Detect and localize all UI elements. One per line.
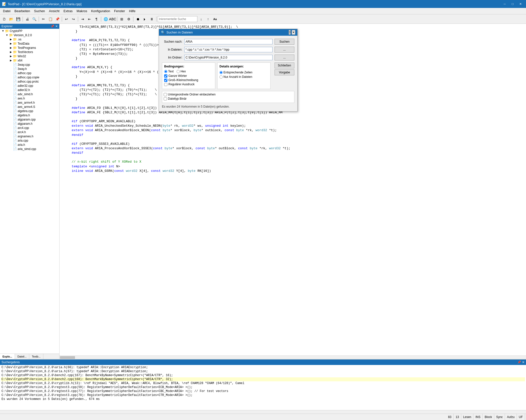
minimize-button[interactable]: ─ <box>501 1 508 7</box>
radio-text[interactable] <box>164 70 167 73</box>
tree-item[interactable]: 📄adler32.h <box>0 88 59 92</box>
menu-makros[interactable]: Makros <box>75 9 89 13</box>
search-input[interactable] <box>184 39 273 44</box>
menu-konfiguration[interactable]: Konfiguration <box>89 9 112 13</box>
radio-entsprechend[interactable] <box>219 71 223 74</box>
maximize-button[interactable]: □ <box>509 1 516 7</box>
dialog-close-btn[interactable]: ✕ <box>292 30 295 35</box>
tree-item[interactable]: 📄aria.h <box>0 143 59 147</box>
macro-button[interactable]: ⚙ <box>125 16 132 22</box>
pin-icon[interactable]: 📌 <box>51 25 54 28</box>
tree-item[interactable]: 📄arc4.h <box>0 130 59 134</box>
cb-ganze-worter[interactable] <box>164 74 167 78</box>
tree-item[interactable]: 📄adhoc.cpp.protc <box>0 79 59 84</box>
close-explorer-icon[interactable]: ✕ <box>55 25 58 28</box>
menu-datei[interactable]: Datei <box>1 9 12 13</box>
cb-gross-klein[interactable] <box>164 79 167 82</box>
spell-button[interactable]: 🌐 <box>102 16 109 22</box>
menu-fenster[interactable]: Fenster <box>112 9 127 13</box>
indent-button[interactable]: ⇥ <box>79 16 86 22</box>
result-line[interactable]: C:\Dev\CryptoPP\Version_8.2.0\cryptlib.h… <box>1 381 525 385</box>
close-dialog-button[interactable]: Schließen <box>275 62 294 68</box>
cb-untergeordnet[interactable] <box>164 93 167 96</box>
search-down-button[interactable]: ↓ <box>198 16 204 22</box>
tree-item[interactable]: 📄adler32.cpp <box>0 84 59 88</box>
paste-button[interactable]: 📌 <box>54 16 61 22</box>
open-button[interactable]: 📂 <box>8 16 14 22</box>
copy-button[interactable]: 📋 <box>47 16 54 22</box>
result-line[interactable]: C:\Dev\CryptoPP\Version_8.2.0\bench2.cpp… <box>1 373 525 377</box>
tree-item[interactable]: 📄algebra.h <box>0 113 59 117</box>
tree-item[interactable]: ▶📁.vs <box>0 37 59 41</box>
tree-item[interactable]: 📄aes_armv4.S <box>0 105 59 109</box>
redo-button[interactable]: ↪ <box>70 16 77 22</box>
menu-hilfe[interactable]: Hilfe <box>127 9 137 13</box>
tab-textb[interactable]: Textb... <box>29 354 43 359</box>
tab-dateil[interactable]: Dateil... <box>15 354 29 359</box>
match-case-button[interactable]: Aa <box>212 16 218 22</box>
tree-item[interactable]: ▶📁x64 <box>0 58 59 62</box>
incremental-search-input[interactable] <box>158 16 197 22</box>
infolder-browse-btn[interactable]: ... <box>275 55 294 60</box>
tree-item[interactable]: 📄arc4.cpp <box>0 126 59 130</box>
tree-item[interactable]: ▶📁TestVectors <box>0 50 59 54</box>
result-line[interactable]: C:\Dev\CryptoPP\Version_8.2.0\aria.h(66)… <box>1 365 525 369</box>
result-line[interactable]: C:\Dev\CryptoPP\Version_8.2.0\bench2.cpp… <box>1 377 525 381</box>
play-button[interactable]: ⏵ <box>142 16 148 22</box>
tree-item[interactable]: 📄aes_armv4.h <box>0 100 59 105</box>
tree-item[interactable]: ▼📁Version_8.2.0 <box>0 33 59 37</box>
result-line[interactable]: C:\Dev\CryptoPP\Version_8.2.0\regtest3.c… <box>1 393 525 397</box>
stop-button[interactable]: ⏸ <box>149 16 155 22</box>
tree-item[interactable]: 📄adv_simd.h <box>0 92 59 96</box>
tree-item[interactable]: ▶📁TestPrograms <box>0 46 59 50</box>
close-bottom-icon[interactable]: ✕ <box>522 360 525 364</box>
dialog-help-btn[interactable]: ? <box>289 30 291 35</box>
result-line[interactable]: C:\Dev\CryptoPP\Version_8.2.0\aria.h(67)… <box>1 369 525 373</box>
compare-button[interactable]: ⊞ <box>119 16 125 22</box>
tree-item[interactable]: 📄algebra.cpp <box>0 109 59 113</box>
tree-item[interactable]: 📄aria_simd.cpp <box>0 147 59 151</box>
tree-item[interactable]: 📄aria.cpp <box>0 138 59 143</box>
result-line[interactable]: C:\Dev\CryptoPP\Version_8.2.0\regtest3.c… <box>1 389 525 393</box>
tab-explorer[interactable]: Explo... <box>0 354 15 359</box>
record-button[interactable]: ⏺ <box>135 16 141 22</box>
cb-regular[interactable] <box>164 83 167 86</box>
menu-suchen[interactable]: Suchen <box>32 9 47 13</box>
spell2-button[interactable]: ABC <box>109 16 116 22</box>
save-button[interactable]: 💾 <box>15 16 21 22</box>
tree-item[interactable]: ▶📁TestData <box>0 41 59 46</box>
tree-item[interactable]: 📄adhoc.cpp.copie <box>0 75 59 79</box>
infolder-input[interactable] <box>184 55 273 60</box>
infiles-input[interactable] <box>184 47 273 52</box>
radio-hex[interactable] <box>177 70 180 73</box>
result-line[interactable]: C:\Dev\CryptoPP\Version_8.2.0\regtest3.c… <box>1 385 525 389</box>
undo-button[interactable]: ↩ <box>63 16 70 22</box>
format-button[interactable]: ¶ <box>93 16 100 22</box>
search-up-button[interactable]: ↑ <box>205 16 211 22</box>
print-button[interactable]: 🖨 <box>24 16 31 22</box>
tree-item[interactable]: ▶📁Win32 <box>0 54 59 58</box>
search-button[interactable]: Suchen <box>275 39 294 45</box>
pin-bottom-icon[interactable]: 📌 <box>517 360 521 364</box>
tree-item[interactable]: ▼📁CryptoPP <box>0 29 59 33</box>
cb-dateityp[interactable] <box>164 97 167 100</box>
tree-item[interactable]: 📄adhoc.cpp <box>0 71 59 75</box>
tree-item[interactable]: 📄algparam.cpp <box>0 117 59 121</box>
infiles-browse-btn[interactable]: ... <box>275 47 294 53</box>
new-button[interactable]: 🗋 <box>1 16 7 22</box>
preview-button[interactable]: 🔍 <box>31 16 37 22</box>
tree-item[interactable]: 📄argnames.h <box>0 134 59 138</box>
menu-bearbeiten[interactable]: Bearbeiten <box>12 9 32 13</box>
radio-nuranazahl[interactable] <box>219 75 223 79</box>
close-button[interactable]: ✕ <box>517 1 524 7</box>
tree-item[interactable]: 📄3way.cpp <box>0 62 59 67</box>
menu-ansicht[interactable]: Ansicht <box>47 9 62 13</box>
tree-item[interactable]: 📄aes.h <box>0 96 59 100</box>
default-button[interactable]: Vorgabe <box>275 69 294 75</box>
result-line[interactable]: Es wurden 24 Vorkommen in 5 Datei(en) ge… <box>1 397 525 401</box>
bottom-hscrollbar[interactable] <box>0 410 526 414</box>
outdent-button[interactable]: ⇤ <box>86 16 93 22</box>
tree-item[interactable]: 📄3way.h <box>0 67 59 71</box>
cut-button[interactable]: ✂ <box>40 16 47 22</box>
tree-item[interactable]: 📄algparam.h <box>0 121 59 126</box>
